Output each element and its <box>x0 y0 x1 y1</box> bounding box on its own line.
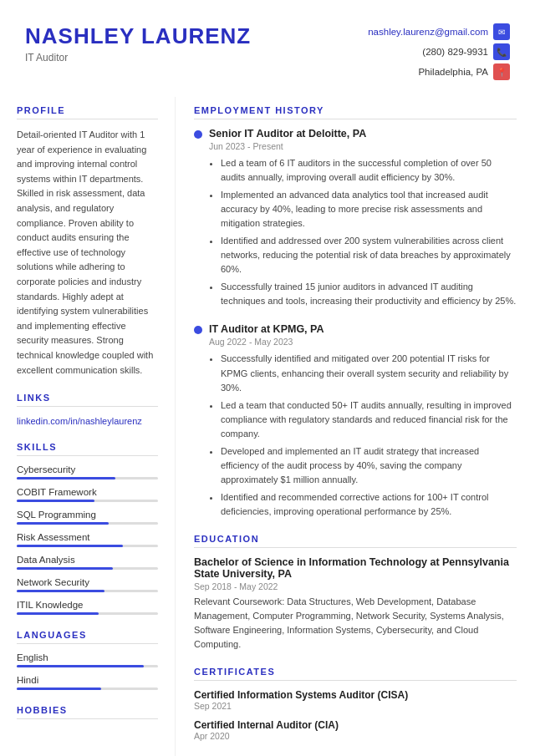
certificates-section-title: CERTIFICATES <box>194 667 517 681</box>
language-bar-fill <box>17 688 101 690</box>
edu-coursework: Relevant Coursework: Data Structures, We… <box>194 595 517 652</box>
job-item: Senior IT Auditor at Deloitte, PA Jun 20… <box>194 128 517 308</box>
job-bullet: Identified and recommended corrective ac… <box>221 490 517 519</box>
language-name: English <box>17 652 158 662</box>
certificate-item: Certified Information Systems Auditor (C… <box>194 689 517 711</box>
skill-name: Risk Assessment <box>17 532 158 542</box>
cert-name: Certified Information Systems Auditor (C… <box>194 689 517 701</box>
edu-date: Sep 2018 - May 2022 <box>194 581 517 591</box>
header-left: NASHLEY LAURENZ IT Auditor <box>25 23 251 63</box>
skill-name: Cybersecurity <box>17 464 158 474</box>
language-item: Hindi <box>17 675 158 690</box>
cert-date: Sep 2021 <box>194 701 517 711</box>
profile-text: Detail-oriented IT Auditor with 1 year o… <box>17 128 158 378</box>
skill-item: Data Analysis <box>17 555 158 570</box>
skill-bar-bg <box>17 545 158 547</box>
job-bullet: Developed and implemented an IT audit st… <box>221 444 517 487</box>
skill-bar-fill <box>17 500 94 502</box>
cert-name: Certified Internal Auditor (CIA) <box>194 719 517 731</box>
skill-bar-fill <box>17 590 104 592</box>
phone-contact: (280) 829-9931 📞 <box>422 43 510 60</box>
languages-section-title: LANGUAGES <box>17 630 158 644</box>
hobbies-section-title: HOBBIES <box>17 705 158 719</box>
language-name: Hindi <box>17 675 158 685</box>
skill-name: SQL Programming <box>17 510 158 520</box>
skill-bar-fill <box>17 522 109 525</box>
header: NASHLEY LAURENZ IT Auditor nashley.laure… <box>0 0 535 97</box>
skill-bar-fill <box>17 567 113 570</box>
job-bullet: Identified and addressed over 200 system… <box>221 234 517 277</box>
job-dot <box>194 130 202 139</box>
location-text: Philadelphia, PA <box>418 67 488 77</box>
job-date: Jun 2023 - Present <box>209 141 517 151</box>
skill-bar-bg <box>17 522 158 525</box>
job-bullets-list: Led a team of 6 IT auditors in the succe… <box>209 156 517 308</box>
skill-bar-fill <box>17 477 115 479</box>
resume-page: NASHLEY LAURENZ IT Auditor nashley.laure… <box>0 0 535 756</box>
header-right: nashley.laurenz@gmail.com ✉ (280) 829-99… <box>368 23 510 80</box>
skill-item: SQL Programming <box>17 510 158 525</box>
profile-section-title: PROFILE <box>17 105 158 119</box>
job-bullet: Successfully trained 15 junior auditors … <box>221 280 517 308</box>
skill-item: ITIL Knowledge <box>17 600 158 615</box>
job-dot <box>194 326 202 334</box>
language-bar-fill <box>17 665 144 667</box>
certificates-list: Certified Information Systems Auditor (C… <box>194 689 517 741</box>
skill-bar-fill <box>17 612 99 615</box>
skill-bar-bg <box>17 477 158 479</box>
job-bullet: Led a team of 6 IT auditors in the succe… <box>221 156 517 185</box>
skill-bar-fill <box>17 545 123 547</box>
location-icon: 📍 <box>493 63 510 80</box>
email-contact: nashley.laurenz@gmail.com ✉ <box>368 23 510 40</box>
language-item: English <box>17 652 158 667</box>
email-link[interactable]: nashley.laurenz@gmail.com <box>368 27 488 37</box>
email-icon: ✉ <box>493 23 510 40</box>
job-bullets-list: Successfully identified and mitigated ov… <box>209 352 517 519</box>
skill-name: Network Security <box>17 577 158 587</box>
job-date: Aug 2022 - May 2023 <box>209 337 517 347</box>
skill-name: ITIL Knowledge <box>17 600 158 610</box>
job-title: IT Auditor <box>25 52 251 63</box>
skills-list: Cybersecurity COBIT Framework SQL Progra… <box>17 464 158 615</box>
location-contact: Philadelphia, PA 📍 <box>418 63 510 80</box>
languages-list: English Hindi <box>17 652 158 690</box>
skill-bar-bg <box>17 567 158 570</box>
job-title-text: Senior IT Auditor at Deloitte, PA <box>209 128 366 140</box>
certificate-item: Certified Internal Auditor (CIA) Apr 202… <box>194 719 517 741</box>
employment-section-title: EMPLOYMENT HISTORY <box>194 105 517 119</box>
skills-section-title: SKILLS <box>17 442 158 456</box>
skill-item: COBIT Framework <box>17 487 158 502</box>
phone-icon: 📞 <box>493 43 510 60</box>
job-bullet: Led a team that conducted 50+ IT audits … <box>221 398 517 441</box>
linkedin-link[interactable]: linkedin.com/in/nashleylaurenz <box>17 416 142 426</box>
education-block: Bachelor of Science in Information Techn… <box>194 556 517 652</box>
link-item: linkedin.com/in/nashleylaurenz <box>17 415 158 427</box>
skill-name: COBIT Framework <box>17 487 158 497</box>
skill-bar-bg <box>17 612 158 615</box>
language-bar-bg <box>17 665 158 667</box>
skill-bar-bg <box>17 500 158 502</box>
job-bullet: Successfully identified and mitigated ov… <box>221 352 517 394</box>
education-section-title: EDUCATION <box>194 534 517 548</box>
skill-item: Risk Assessment <box>17 532 158 547</box>
left-column: PROFILE Detail-oriented IT Auditor with … <box>0 97 176 756</box>
skill-name: Data Analysis <box>17 555 158 565</box>
job-bullet: Implemented an advanced data analytics t… <box>221 188 517 231</box>
right-column: EMPLOYMENT HISTORY Senior IT Auditor at … <box>176 97 535 756</box>
full-name: NASHLEY LAURENZ <box>25 23 251 49</box>
links-section-title: LINKS <box>17 393 158 407</box>
job-item: IT Auditor at KPMG, PA Aug 2022 - May 20… <box>194 323 517 519</box>
skill-item: Cybersecurity <box>17 464 158 479</box>
edu-degree: Bachelor of Science in Information Techn… <box>194 556 517 580</box>
skill-bar-bg <box>17 590 158 592</box>
cert-date: Apr 2020 <box>194 731 517 741</box>
job-header: IT Auditor at KPMG, PA <box>194 323 517 335</box>
phone-number: (280) 829-9931 <box>422 47 488 57</box>
body: PROFILE Detail-oriented IT Auditor with … <box>0 97 535 756</box>
job-title-text: IT Auditor at KPMG, PA <box>209 323 324 335</box>
language-bar-bg <box>17 688 158 690</box>
job-header: Senior IT Auditor at Deloitte, PA <box>194 128 517 140</box>
skill-item: Network Security <box>17 577 158 592</box>
jobs-list: Senior IT Auditor at Deloitte, PA Jun 20… <box>194 128 517 519</box>
